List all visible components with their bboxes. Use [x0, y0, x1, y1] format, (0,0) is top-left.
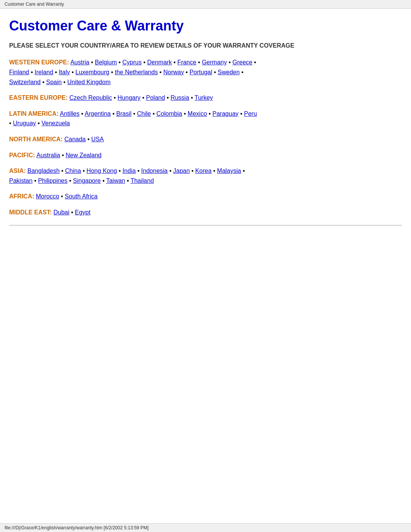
country-link-uruguay[interactable]: Uruguay: [13, 120, 36, 126]
country-link-luxembourg[interactable]: Luxembourg: [75, 69, 109, 75]
status-bar: file:///D|/Grace/K1/english/warranty/war…: [0, 523, 411, 532]
country-link-new-zealand[interactable]: New Zealand: [65, 152, 101, 158]
country-link-germany[interactable]: Germany: [202, 59, 227, 66]
country-link-belgium[interactable]: Belgium: [95, 59, 117, 66]
country-link-pakistan[interactable]: Pakistan: [9, 177, 32, 184]
region-latin-america: LATIN AMERICA: Antilles • Argentina • Br…: [9, 109, 402, 128]
country-link-finland[interactable]: Finland: [9, 69, 29, 75]
country-link-netherlands[interactable]: the Netherlands: [115, 69, 158, 75]
country-link-sweden[interactable]: Sweden: [218, 69, 240, 75]
country-link-paraguay[interactable]: Paraguay: [212, 110, 239, 117]
country-link-norway[interactable]: Norway: [163, 69, 184, 75]
country-link-austria[interactable]: Austria: [70, 59, 89, 66]
region-label-middle-east: MIDDLE EAST:: [9, 209, 52, 216]
country-link-hungary[interactable]: Hungary: [118, 94, 140, 101]
region-label-asia: ASIA:: [9, 168, 26, 174]
country-link-india[interactable]: India: [123, 168, 136, 174]
country-link-australia[interactable]: Australia: [37, 152, 60, 158]
country-link-colombia[interactable]: Colombia: [156, 110, 182, 117]
region-western-europe: WESTERN EUROPE: Austria • Belgium • Cypr…: [9, 58, 402, 87]
country-link-italy[interactable]: Italy: [59, 69, 70, 75]
country-link-russia[interactable]: Russia: [170, 94, 189, 101]
country-link-japan[interactable]: Japan: [173, 168, 190, 174]
country-link-brasil[interactable]: Brasil: [116, 110, 132, 117]
country-link-morocco[interactable]: Morocco: [36, 193, 59, 200]
region-label-western-europe: WESTERN EUROPE:: [9, 59, 69, 66]
country-link-hong-kong[interactable]: Hong Kong: [86, 168, 117, 174]
country-link-usa[interactable]: USA: [91, 136, 104, 142]
country-link-argentina[interactable]: Argentina: [85, 110, 111, 117]
country-link-philippines[interactable]: Philippines: [38, 177, 67, 184]
region-label-eastern-europe: EASTERN EUROPE:: [9, 94, 68, 101]
country-link-thailand[interactable]: Thailand: [131, 177, 154, 184]
region-middle-east: MIDDLE EAST: Dubai • Egypt: [9, 208, 402, 217]
country-link-south-africa[interactable]: South Africa: [65, 193, 97, 200]
region-asia: ASIA: Bangladesh • China • Hong Kong • I…: [9, 166, 402, 185]
country-link-portugal[interactable]: Portugal: [190, 69, 212, 75]
region-label-north-america: NORTH AMERICA:: [9, 136, 63, 142]
region-pacific: PACIFIC: Australia • New Zealand: [9, 150, 402, 160]
country-link-taiwan[interactable]: Taiwan: [106, 177, 125, 184]
region-eastern-europe: EASTERN EUROPE: Czech Republic • Hungary…: [9, 93, 402, 103]
country-link-czech-republic[interactable]: Czech Republic: [69, 94, 112, 101]
region-africa: AFRICA: Morocco • South Africa: [9, 192, 402, 201]
page-subtitle: PLEASE SELECT YOUR COUNTRY/AREA TO REVIE…: [9, 42, 402, 50]
browser-tab: Customer Care and Warranty: [0, 0, 411, 9]
region-north-america: NORTH AMERICA: Canada • USA: [9, 134, 402, 144]
country-link-peru[interactable]: Peru: [244, 110, 257, 117]
country-link-greece[interactable]: Greece: [233, 59, 252, 66]
region-label-africa: AFRICA:: [9, 193, 34, 200]
country-link-china[interactable]: China: [65, 168, 81, 174]
country-link-venezuela[interactable]: Venezuela: [41, 120, 70, 126]
country-link-malaysia[interactable]: Malaysia: [217, 168, 241, 174]
main-content: Customer Care & Warranty PLEASE SELECT Y…: [0, 9, 411, 248]
country-link-united-kingdom[interactable]: United Kingdom: [67, 79, 111, 85]
country-link-antilles[interactable]: Antilles: [60, 110, 80, 117]
country-link-egypt[interactable]: Egypt: [75, 209, 91, 216]
page-title: Customer Care & Warranty: [9, 18, 402, 34]
country-link-france[interactable]: France: [177, 59, 196, 66]
country-link-mexico[interactable]: Mexico: [188, 110, 207, 117]
country-link-cyprus[interactable]: Cyprus: [123, 59, 142, 66]
country-link-dubai[interactable]: Dubai: [53, 209, 69, 216]
country-link-denmark[interactable]: Denmark: [147, 59, 172, 66]
country-link-korea[interactable]: Korea: [195, 168, 212, 174]
country-link-indonesia[interactable]: Indonesia: [141, 168, 167, 174]
country-link-bangladesh[interactable]: Bangladesh: [27, 168, 60, 174]
country-link-canada[interactable]: Canada: [64, 136, 86, 142]
country-link-poland[interactable]: Poland: [146, 94, 165, 101]
browser-tab-title: Customer Care and Warranty: [5, 2, 64, 7]
country-link-singapore[interactable]: Singapore: [73, 177, 101, 184]
country-link-chile[interactable]: Chile: [137, 110, 151, 117]
country-link-switzerland[interactable]: Switzerland: [9, 79, 41, 85]
divider: [9, 225, 402, 225]
region-label-latin-america: LATIN AMERICA:: [9, 110, 59, 117]
status-bar-text: file:///D|/Grace/K1/english/warranty/war…: [5, 525, 148, 530]
country-link-ireland[interactable]: Ireland: [35, 69, 53, 75]
country-link-turkey[interactable]: Turkey: [194, 94, 213, 101]
region-label-pacific: PACIFIC:: [9, 152, 35, 158]
country-link-spain[interactable]: Spain: [46, 79, 62, 85]
